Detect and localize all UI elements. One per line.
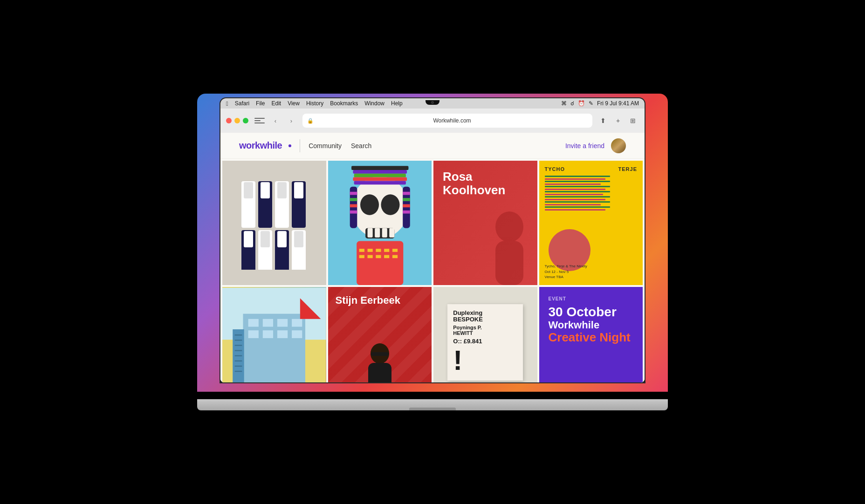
tycho-line-13 (545, 206, 610, 208)
svg-rect-1 (244, 182, 253, 198)
forward-button[interactable]: › (285, 114, 298, 127)
tycho-lines (545, 176, 638, 211)
tycho-line-7 (545, 191, 610, 192)
maximize-button[interactable] (243, 118, 248, 123)
grid-item-stijn[interactable]: Stijn Eerbeek (328, 287, 432, 382)
svg-rect-23 (382, 228, 387, 238)
logo-dot (288, 144, 291, 147)
grid-item-architecture[interactable] (222, 287, 326, 382)
user-avatar[interactable] (611, 138, 626, 153)
svg-rect-46 (359, 255, 364, 258)
logo-text[interactable]: workwhile (239, 140, 282, 151)
svg-rect-45 (392, 249, 397, 252)
svg-rect-72 (235, 371, 242, 372)
nav-search[interactable]: Search (351, 142, 371, 150)
new-tab-button[interactable]: + (612, 115, 624, 127)
menubar-file[interactable]: File (256, 100, 265, 107)
site-logo: workwhile (239, 140, 291, 151)
typo-book-title: DuplexingBESPOKE (453, 310, 517, 323)
svg-rect-35 (350, 211, 357, 214)
architecture-svg (222, 287, 326, 382)
svg-rect-65 (235, 334, 242, 335)
rosa-name: Rosa Koolhoven (443, 170, 528, 197)
menubar-edit[interactable]: Edit (271, 100, 281, 107)
user-icon: ✎ (589, 100, 593, 107)
menubar-left:  Safari File Edit View History Bookmark… (226, 100, 561, 107)
menubar-safari[interactable]: Safari (235, 100, 249, 107)
stijn-name: Stijn Eerbeek (336, 294, 400, 306)
svg-rect-26 (353, 170, 407, 174)
svg-rect-61 (263, 330, 273, 338)
website-area: workwhile Community Search Invite a frie… (220, 133, 645, 382)
typo-book: DuplexingBESPOKE Poynings P.HEWITT O:: £… (447, 304, 523, 381)
menubar-help[interactable]: Help (391, 100, 403, 107)
skull-svg (328, 161, 432, 285)
svg-rect-68 (235, 350, 242, 351)
nav-divider (300, 139, 300, 152)
laptop-base (197, 399, 668, 410)
svg-rect-42 (367, 249, 372, 252)
tycho-line-2 (545, 178, 605, 180)
minimize-button[interactable] (234, 118, 240, 123)
svg-rect-24 (389, 228, 394, 238)
search-menu-icon[interactable]: ☌ (570, 100, 574, 107)
tycho-line-11 (545, 201, 610, 203)
svg-rect-15 (294, 231, 303, 247)
menubar-history[interactable]: History (306, 100, 323, 107)
event-highlight: Creative Night (549, 331, 634, 344)
sidebar-toggle-button[interactable] (253, 114, 266, 127)
back-button[interactable]: ‹ (269, 114, 282, 127)
skull-illustration (328, 161, 432, 285)
avatar-image (611, 138, 626, 153)
svg-rect-70 (235, 361, 242, 361)
grid-item-tycho[interactable]: TYCHO TERJE (539, 161, 643, 285)
svg-rect-48 (376, 255, 381, 258)
time-icon: ⏰ (578, 100, 585, 107)
svg-rect-38 (403, 204, 410, 207)
typo-exclaim: ! (453, 347, 517, 375)
tab-overview-button[interactable]: ⊞ (627, 115, 639, 127)
wifi-icon: ⌘ (561, 100, 567, 107)
architecture-photo (222, 287, 326, 382)
svg-point-51 (495, 211, 523, 242)
svg-rect-69 (235, 355, 242, 356)
invite-friend-link[interactable]: Invite a friend (565, 142, 604, 150)
stijn-figure (359, 342, 401, 382)
url-text[interactable]: Workwhile.com (316, 117, 588, 124)
event-org: Workwhile (549, 320, 634, 331)
traffic-lights (226, 118, 248, 123)
svg-rect-21 (367, 228, 372, 238)
svg-rect-5 (277, 182, 287, 198)
grid-item-typography[interactable]: DuplexingBESPOKE Poynings P.HEWITT O:: £… (433, 287, 537, 382)
toothbrush-illustration (222, 161, 326, 285)
typography-visual: DuplexingBESPOKE Poynings P.HEWITT O:: £… (433, 287, 537, 382)
apple-menu-icon[interactable]:  (226, 100, 228, 107)
svg-point-19 (381, 194, 399, 215)
tycho-line-4 (545, 184, 601, 185)
browser-chrome: ‹ › 🔒 Workwhile.com ⬆ + ⊞ (220, 109, 645, 133)
svg-rect-7 (294, 182, 303, 198)
svg-rect-3 (261, 182, 270, 198)
browser-toolbar: ‹ › 🔒 Workwhile.com ⬆ + ⊞ (220, 109, 645, 133)
svg-rect-62 (277, 330, 288, 338)
share-button[interactable]: ⬆ (597, 115, 609, 127)
menubar-bookmarks[interactable]: Bookmarks (330, 100, 358, 107)
grid-item-event[interactable]: EVENT 30 October Workwhile Creative Nigh… (539, 287, 643, 382)
svg-rect-44 (384, 249, 389, 252)
menubar-view[interactable]: View (288, 100, 300, 107)
nav-links: Community Search (309, 142, 371, 150)
svg-rect-40 (357, 241, 403, 285)
address-bar[interactable]: 🔒 Workwhile.com (302, 114, 592, 128)
lock-icon: 🔒 (307, 118, 314, 124)
svg-rect-36 (403, 192, 410, 195)
svg-rect-39 (403, 211, 410, 214)
menubar-window[interactable]: Window (364, 100, 384, 107)
typo-book-subtitle: Poynings P.HEWITT (453, 325, 517, 336)
close-button[interactable] (226, 118, 232, 123)
grid-item-skull[interactable] (328, 161, 432, 285)
grid-item-toothbrushes[interactable] (222, 161, 326, 285)
grid-item-rosa[interactable]: Rosa Koolhoven (433, 161, 537, 285)
svg-rect-77 (368, 363, 391, 382)
svg-rect-29 (354, 181, 405, 184)
nav-community[interactable]: Community (309, 142, 342, 150)
